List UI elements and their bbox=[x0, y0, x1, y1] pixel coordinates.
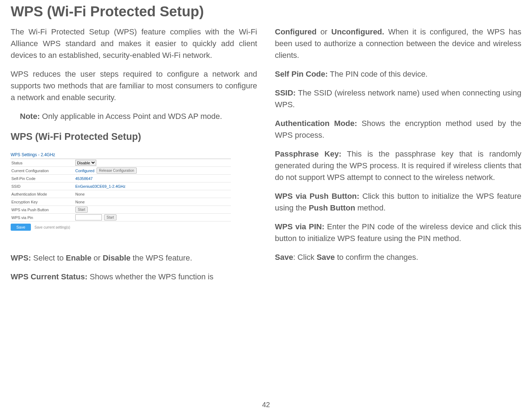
save-text1: : Click bbox=[293, 253, 316, 262]
note-text: Only applicable in Access Point and WDS … bbox=[40, 112, 222, 121]
spc-label: Self Pin Code: bbox=[275, 70, 328, 78]
current-status-definition: WPS Current Status: Shows whether the WP… bbox=[11, 271, 257, 283]
cs-label: WPS Current Status: bbox=[11, 272, 87, 281]
save-text2: to confirm the changes. bbox=[335, 253, 418, 262]
value-enc: None bbox=[75, 200, 85, 204]
row-enc: Encryption Key None bbox=[11, 198, 231, 206]
subsection-title: WPS (Wi-Fi Protected Setup) bbox=[11, 131, 257, 142]
label-auth: Authentication Mode bbox=[11, 192, 75, 196]
release-config-button[interactable]: Release Configuration bbox=[97, 168, 137, 174]
wps-text: Select to bbox=[31, 253, 66, 262]
wps-enable: Enable bbox=[66, 253, 91, 262]
value-self-pin: 45358647 bbox=[75, 176, 93, 181]
wps-disable: Disable bbox=[103, 253, 130, 262]
ssid-definition: SSID: The SSID (wireless network name) u… bbox=[275, 87, 521, 110]
row-self-pin: Self-Pin Code 45358647 bbox=[11, 175, 231, 182]
value-current-config: Configured bbox=[75, 169, 94, 173]
pb-label: WPS via Push Button: bbox=[275, 192, 359, 201]
intro-paragraph-2: WPS reduces the user steps required to c… bbox=[11, 68, 257, 103]
pin-label: WPS via PIN: bbox=[275, 222, 324, 231]
wps-label: WPS: bbox=[11, 253, 31, 262]
wps-definition: WPS: Select to Enable or Disable the WPS… bbox=[11, 252, 257, 264]
auth-definition: Authentication Mode: Shows the encryptio… bbox=[275, 117, 521, 141]
label-pin: WPS via Pin bbox=[11, 215, 75, 220]
note-paragraph: Note: Only applicable in Access Point an… bbox=[11, 110, 257, 122]
row-current-config: Current Configuration Configured Release… bbox=[11, 167, 231, 175]
status-select[interactable]: Disable bbox=[75, 160, 96, 166]
page-title: WPS (Wi-Fi Protected Setup) bbox=[11, 4, 521, 20]
self-pin-definition: Self Pin Code: The PIN code of this devi… bbox=[275, 68, 521, 80]
row-push-button: WPS via Push Button Start bbox=[11, 206, 231, 214]
save-row: Save Save current setting(s) bbox=[11, 224, 231, 231]
ssid-text: The SSID (wireless network name) used wh… bbox=[275, 88, 521, 109]
note-label: Note: bbox=[20, 112, 40, 121]
panel-header: WPS Settings - 2.4GHz bbox=[11, 152, 231, 159]
right-column: Configured or Unconfigured. When it is c… bbox=[275, 26, 521, 290]
row-status: Status Disable bbox=[11, 159, 231, 167]
cs-text: Shows whether the WPS function is bbox=[87, 272, 213, 281]
push-button-definition: WPS via Push Button: Click this button t… bbox=[275, 190, 521, 214]
cfg-configured: Configured bbox=[275, 27, 316, 36]
save-hint: Save current setting(s) bbox=[34, 225, 70, 229]
wps-settings-panel: WPS Settings - 2.4GHz Status Disable Cur… bbox=[11, 152, 231, 231]
configured-paragraph: Configured or Unconfigured. When it is c… bbox=[275, 26, 521, 61]
pin-start-button[interactable]: Start bbox=[104, 214, 116, 220]
pin-input[interactable] bbox=[75, 214, 102, 220]
pb-pushbutton: Push Button bbox=[309, 203, 355, 212]
am-label: Authentication Mode: bbox=[275, 119, 357, 128]
label-ssid: SSID bbox=[11, 184, 75, 188]
value-ssid: EnGenius03CE69_1-2.4GHz bbox=[75, 184, 125, 188]
spc-text: The PIN code of this device. bbox=[328, 70, 428, 78]
label-status: Status bbox=[11, 161, 75, 165]
label-push: WPS via Push Button bbox=[11, 208, 75, 212]
row-pin: WPS via Pin Start bbox=[11, 214, 231, 221]
intro-paragraph-1: The Wi-Fi Protected Setup (WPS) feature … bbox=[11, 26, 257, 61]
ssid-label: SSID: bbox=[275, 88, 296, 97]
cfg-unconfigured: Unconfigured. bbox=[331, 27, 384, 36]
pin-definition: WPS via PIN: Enter the PIN code of the w… bbox=[275, 221, 521, 244]
push-start-button[interactable]: Start bbox=[75, 207, 88, 213]
label-enc: Encryption Key bbox=[11, 200, 75, 204]
left-column: The Wi-Fi Protected Setup (WPS) feature … bbox=[11, 26, 257, 290]
save-button[interactable]: Save bbox=[11, 224, 31, 231]
page-number: 42 bbox=[262, 401, 270, 409]
label-self-pin: Self-Pin Code bbox=[11, 176, 75, 181]
wps-end: the WPS feature. bbox=[131, 253, 192, 262]
pb-end: method. bbox=[355, 203, 386, 212]
label-current-config: Current Configuration bbox=[11, 169, 75, 173]
save-bold: Save bbox=[316, 253, 335, 262]
value-auth: None bbox=[75, 192, 85, 196]
wps-or: or bbox=[91, 253, 103, 262]
cfg-or: or bbox=[316, 27, 331, 36]
pk-label: Passphrase Key: bbox=[275, 149, 341, 158]
passphrase-definition: Passphrase Key: This is the passphrase k… bbox=[275, 148, 521, 183]
content-columns: The Wi-Fi Protected Setup (WPS) feature … bbox=[11, 26, 521, 290]
save-definition: Save: Click Save to confirm the changes. bbox=[275, 251, 521, 263]
row-auth: Authentication Mode None bbox=[11, 190, 231, 198]
save-label: Save bbox=[275, 253, 293, 262]
row-ssid: SSID EnGenius03CE69_1-2.4GHz bbox=[11, 182, 231, 190]
